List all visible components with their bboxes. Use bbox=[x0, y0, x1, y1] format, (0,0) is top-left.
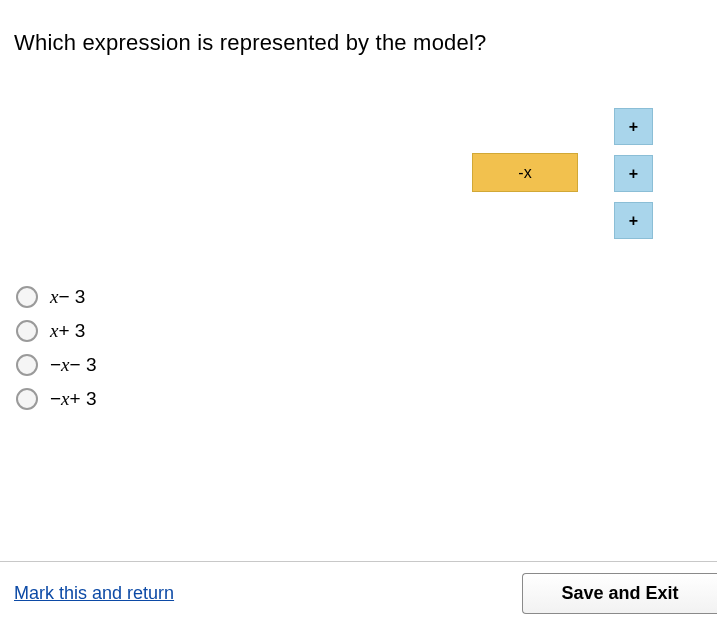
option-label: x− 3 bbox=[50, 286, 85, 308]
option-label: −x− 3 bbox=[50, 354, 97, 376]
radio-button[interactable] bbox=[16, 354, 38, 376]
option-label: −x+ 3 bbox=[50, 388, 97, 410]
radio-button[interactable] bbox=[16, 286, 38, 308]
question-text: Which expression is represented by the m… bbox=[0, 0, 717, 56]
answer-options: x− 3 x+ 3 −x− 3 −x+ 3 bbox=[16, 286, 97, 422]
option-row[interactable]: −x+ 3 bbox=[16, 388, 97, 410]
tile-negative-x: -x bbox=[472, 153, 578, 192]
save-exit-button[interactable]: Save and Exit bbox=[522, 573, 717, 614]
model-diagram: -x + + + bbox=[0, 100, 717, 250]
option-row[interactable]: x− 3 bbox=[16, 286, 97, 308]
option-row[interactable]: −x− 3 bbox=[16, 354, 97, 376]
tile-plus: + bbox=[614, 202, 653, 239]
option-row[interactable]: x+ 3 bbox=[16, 320, 97, 342]
mark-return-link[interactable]: Mark this and return bbox=[14, 583, 174, 604]
tile-plus: + bbox=[614, 108, 653, 145]
option-label: x+ 3 bbox=[50, 320, 85, 342]
radio-button[interactable] bbox=[16, 388, 38, 410]
tile-plus: + bbox=[614, 155, 653, 192]
footer-bar: Mark this and return Save and Exit bbox=[0, 561, 717, 624]
radio-button[interactable] bbox=[16, 320, 38, 342]
